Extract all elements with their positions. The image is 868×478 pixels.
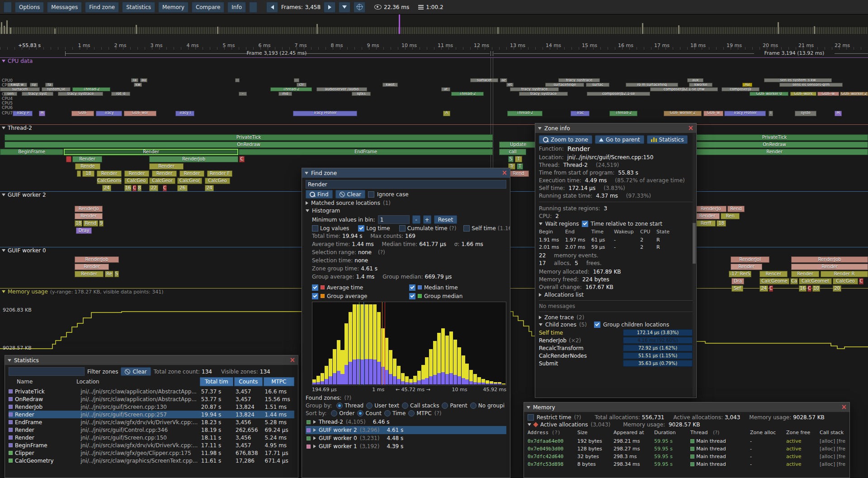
- timeline-zone[interactable]: kw: [134, 83, 142, 87]
- timeline-zone[interactable]: Render: [124, 170, 149, 177]
- timeline-zone[interactable]: C: [239, 156, 245, 162]
- timeline-zone[interactable]: audioserver /audio: [316, 87, 367, 91]
- timeline-zone[interactable]: Dray: [76, 227, 92, 234]
- clear-button[interactable]: Clear: [335, 190, 365, 199]
- increment-button[interactable]: +: [423, 215, 431, 224]
- timeline-zone[interactable]: A: [443, 111, 450, 116]
- zone-trace-expander[interactable]: Zone trace (2): [539, 314, 693, 321]
- timeline-zone[interactable]: Render: [791, 264, 868, 270]
- histogram-option-checkbox[interactable]: Log values: [312, 225, 355, 232]
- scrollbar-thumb[interactable]: [693, 223, 696, 264]
- timeline-zone[interactable]: sy: [30, 83, 38, 87]
- expander-icon[interactable]: [313, 445, 316, 448]
- close-icon[interactable]: [841, 404, 847, 411]
- timeline-zone[interactable]: surfacef: [470, 78, 498, 82]
- timeline-zone[interactable]: 18: [717, 220, 726, 227]
- timeline-zone[interactable]: Rende: [75, 163, 100, 170]
- timeline-zone[interactable]: Render: [695, 213, 720, 219]
- group-by-radio[interactable]: User text: [366, 402, 399, 409]
- close-icon[interactable]: [289, 357, 295, 364]
- timeline-zone[interactable]: OnRedraw: [5, 142, 493, 148]
- group-by-radio[interactable]: Call stacks: [402, 402, 439, 409]
- go-to-parent-button[interactable]: Go to parent: [595, 135, 644, 144]
- active-allocations-expander[interactable]: Active allocations (3,043) Memory usage:…: [528, 421, 846, 428]
- sort-by-radio[interactable]: MTPC: [408, 410, 431, 416]
- timeline-zone[interactable]: [77, 170, 81, 177]
- found-zone-group-row[interactable]: Thread-2 (4,105) 6.46 s: [306, 418, 506, 426]
- allocations-list-expander[interactable]: Allocations list: [539, 292, 693, 298]
- toolbar-button[interactable]: [249, 2, 257, 13]
- timeline-zone[interactable]: sen es system_s kw: [764, 78, 832, 82]
- timeline-section-header[interactable]: Thread-2: [0, 124, 868, 131]
- timeline-zone[interactable]: Render: [64, 149, 238, 155]
- timeline-zone[interactable]: surfacefinge: [545, 83, 584, 87]
- timeline-zone[interactable]: tracy_systrace: [558, 78, 600, 82]
- timeline-zone[interactable]: Thread-2: [72, 87, 110, 91]
- sort-by-radio[interactable]: Time: [384, 410, 406, 416]
- timeline-zone[interactable]: CalcGeomet: [799, 278, 832, 284]
- group-by-radio[interactable]: Parent: [442, 402, 467, 409]
- timeline-zone[interactable]: GUIF wor: [124, 111, 156, 116]
- timeline-zone[interactable]: Tracy Profiler: [293, 111, 357, 116]
- timeline-zone[interactable]: AB: [742, 83, 752, 87]
- frame-label[interactable]: Frame 3,193 (22.45 ms): [247, 50, 307, 56]
- timeline-zone[interactable]: Thread-2: [451, 92, 484, 96]
- timeline-zone[interactable]: kwgt w: [7, 83, 27, 87]
- timeline-zone[interactable]: at: [441, 87, 450, 91]
- column-header-name[interactable]: Name: [9, 379, 75, 385]
- timeline-zone[interactable]: CalcGeo: [124, 178, 148, 184]
- timeline-zone[interactable]: C: [807, 285, 811, 292]
- timeline-zone[interactable]: [294, 78, 299, 82]
- column-header[interactable]: Size: [577, 430, 612, 435]
- timeline-zone[interactable]: tracy_systrace: [510, 87, 559, 91]
- timeline-zone[interactable]: Render: [75, 271, 104, 277]
- timeline-zone[interactable]: RenderJol: [731, 256, 769, 263]
- zone-info-window-titlebar[interactable]: Zone info: [535, 123, 696, 133]
- allocation-row[interactable]: 0x7dfc53d898 8 bytes 298.34 ms 59.95 s M…: [528, 460, 846, 468]
- timeline-zone[interactable]: lgtks: [352, 92, 371, 96]
- timeline-zone[interactable]: Tracy P: [13, 111, 33, 116]
- timeline-zone[interactable]: composer@: [722, 87, 760, 91]
- timeline-zone[interactable]: ro m surfacefing: [626, 83, 678, 87]
- timeline-zone[interactable]: CalcGeome: [97, 178, 122, 184]
- current-frame-marker[interactable]: [399, 14, 400, 34]
- timeline-zone[interactable]: CalcGeo: [205, 178, 230, 184]
- timeline-zone[interactable]: GUIF worker 0: [750, 92, 788, 96]
- timeline-zone[interactable]: GUIF worker 2: [664, 111, 702, 116]
- column-header[interactable]: Call stack: [820, 430, 846, 435]
- timeline-zone[interactable]: Thread-2: [609, 111, 637, 116]
- timeline-zone[interactable]: GUIF-work: [790, 92, 816, 96]
- timeline-zone[interactable]: composer@2.1-se: [587, 92, 650, 96]
- timeline-zone[interactable]: Render: [791, 271, 819, 277]
- toolbar-button[interactable]: Statistics: [122, 2, 155, 13]
- timeline-zone[interactable]: composer@2.1-se (Hw: [650, 87, 718, 91]
- toolbar-button[interactable]: Find zone: [85, 2, 119, 13]
- statistics-table-row[interactable]: BeginFrame jni/../jni/src/claw/gfx/drv/v…: [9, 441, 294, 449]
- timeline-zone[interactable]: Trac: [571, 111, 590, 116]
- statistics-table-row[interactable]: Render jni/../jni/src/guif/Screen.cpp:25…: [9, 411, 294, 418]
- find-zone-histogram[interactable]: [312, 302, 506, 385]
- timeline-zone[interactable]: EndFrame: [239, 149, 493, 155]
- timeline-zone[interactable]: -: [239, 92, 247, 96]
- timeline-zone[interactable]: 24: [205, 185, 214, 191]
- timeline-zone[interactable]: Render R: [821, 271, 868, 277]
- timeline-zone[interactable]: Tracy Profiler: [724, 111, 766, 116]
- wait-region-row[interactable]: 2.01 ms2.07 ms 59 µs- 2R: [539, 243, 693, 251]
- timeline-zone[interactable]: Rerff: [696, 220, 716, 227]
- timeline-zone[interactable]: Thread-2: [507, 111, 542, 116]
- timeline-zone[interactable]: au: [140, 78, 147, 82]
- timeline-zone[interactable]: syste: [795, 111, 816, 116]
- collapse-icon[interactable]: [2, 127, 5, 129]
- group-by-radio[interactable]: No groupi: [470, 402, 505, 409]
- statistics-button[interactable]: Statistics: [647, 135, 688, 144]
- legend-checkbox[interactable]: Average time: [312, 283, 409, 292]
- timeline-zone[interactable]: CalcGeo: [833, 278, 858, 284]
- timeline-zone[interactable]: GUIF w: [703, 111, 723, 116]
- timeline-zone[interactable]: Tracy: [96, 111, 122, 116]
- column-header-counts[interactable]: Counts: [234, 377, 263, 386]
- child-zone-row[interactable]: Self time 172.14 µs (3.83%): [539, 329, 693, 336]
- timeline-zone[interactable]: sen: [4, 92, 17, 96]
- sort-by-radio[interactable]: Count: [357, 410, 382, 416]
- timeline-zone[interactable]: OnRedraw: [681, 142, 868, 148]
- find-button[interactable]: Find: [306, 190, 333, 199]
